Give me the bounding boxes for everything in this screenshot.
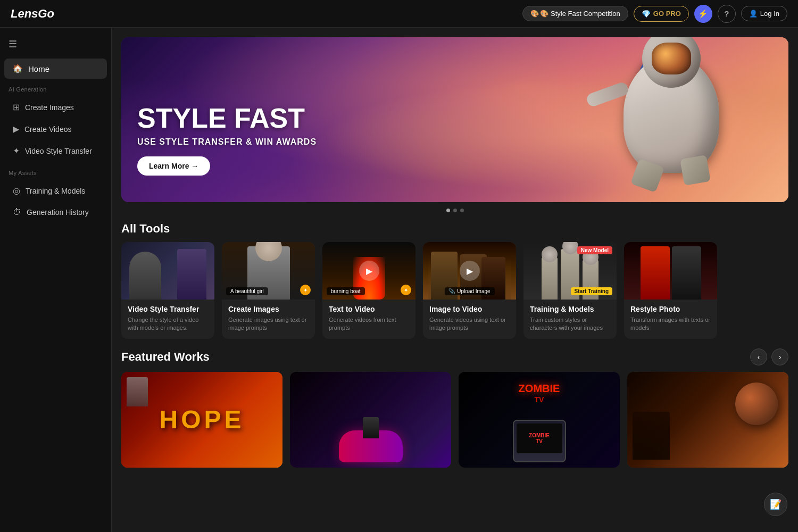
all-tools-title: All Tools — [112, 212, 798, 242]
new-model-badge: New Model — [577, 246, 612, 254]
featured-works-title: Featured Works — [121, 350, 210, 364]
tool-info-training: Training & Models Train custom styles or… — [523, 300, 617, 339]
sidebar-video-style-label: Video Style Transfer — [25, 147, 92, 155]
create-videos-icon: ▶ — [13, 124, 19, 134]
video-style-icon: ✦ — [13, 146, 20, 156]
tool-name-text-to-video: Text to Video — [329, 305, 409, 313]
tool-desc-create-images: Generate images using text or image prom… — [228, 316, 309, 332]
sidebar-toggle-button[interactable]: ☰ — [0, 33, 111, 59]
tool-info-text-to-video: Text to Video Generate videos from text … — [322, 300, 415, 339]
create-images-prompt-badge: A beautiful girl — [226, 287, 268, 295]
featured-next-button[interactable]: › — [771, 348, 788, 365]
training-icon: ◎ — [13, 186, 20, 196]
tool-thumb-create-images: A beautiful girl ✦ — [222, 242, 315, 300]
sidebar-item-training-models[interactable]: ◎ Training & Models — [4, 180, 107, 201]
nav-right: 🎨 🎨 Style Fast Competition 💎 GO PRO ⚡ ? … — [522, 5, 787, 23]
astronaut-body — [624, 56, 719, 173]
featured-work-planet[interactable] — [627, 372, 788, 468]
tv-subtitle: TV — [535, 395, 544, 404]
tool-info-video-style: Video Style Transfer Change the style of… — [121, 300, 214, 339]
discord-icon: ⚡ — [698, 9, 708, 19]
carousel-dot-1[interactable] — [446, 209, 450, 212]
tool-card-training-models[interactable]: New Model Start Training Training & Mode… — [523, 242, 617, 339]
hope-text: HOPE — [159, 405, 244, 434]
help-button[interactable]: ? — [718, 5, 736, 23]
sidebar-item-create-images[interactable]: ⊞ Create Images — [4, 97, 107, 118]
hero-subtitle: USE STYLE TRANSFER & WIN AWARDS — [137, 137, 317, 147]
sidebar-section-my-assets: My Assets — [0, 162, 111, 179]
helmet-visor — [652, 43, 691, 74]
sidebar: ☰ 🏠 Home AI Generation ⊞ Create Images ▶… — [0, 28, 112, 532]
featured-works-nav: ‹ › — [750, 348, 788, 365]
tool-desc-training: Train custom styles or characters with y… — [530, 316, 610, 332]
sidebar-training-label: Training & Models — [26, 187, 85, 195]
play-button: ▶ — [359, 261, 379, 281]
tool-card-text-to-video[interactable]: ▶ burning boat ✦ Text to Video Generate … — [322, 242, 415, 339]
upload-image-badge: 📎Upload Image — [444, 287, 494, 295]
home-icon: 🏠 — [13, 64, 23, 73]
tool-name-create-images: Create Images — [228, 305, 309, 313]
tool-card-video-style-transfer[interactable]: Video Style Transfer Change the style of… — [121, 242, 214, 339]
tool-thumb-text-video: ▶ burning boat ✦ — [322, 242, 415, 300]
learn-more-button[interactable]: Learn More → — [137, 156, 210, 176]
feedback-icon: 📝 — [770, 498, 782, 510]
sidebar-create-videos-label: Create Videos — [24, 125, 71, 134]
topnav: LensGo 🎨 🎨 Style Fast Competition 💎 GO P… — [0, 0, 798, 28]
sidebar-item-generation-history[interactable]: ⏱ Generation History — [4, 202, 107, 222]
app-logo[interactable]: LensGo — [11, 7, 54, 21]
two-people-graphic — [624, 242, 717, 300]
login-label: Log In — [760, 10, 779, 18]
hero-content: STYLE FAST USE STYLE TRANSFER & WIN AWAR… — [137, 104, 317, 176]
sidebar-item-home[interactable]: 🏠 Home — [4, 59, 107, 79]
tool-card-image-to-video[interactable]: ▶ 📎Upload Image Image to Video Generate … — [423, 242, 516, 339]
hamburger-icon: ☰ — [9, 39, 17, 49]
tool-card-restyle-photo[interactable]: Restyle Photo Transform images with text… — [624, 242, 717, 339]
astronaut-helmet — [642, 37, 701, 88]
hero-banner: STYLE FAST USE STYLE TRANSFER & WIN AWAR… — [121, 37, 788, 202]
featured-work-moto[interactable] — [290, 372, 451, 468]
app-body: ☰ 🏠 Home AI Generation ⊞ Create Images ▶… — [0, 28, 798, 532]
text-video-prompt-badge: burning boat — [327, 287, 365, 295]
discord-button[interactable]: ⚡ — [694, 5, 712, 23]
zombie-title: ZOMBIE — [519, 383, 560, 395]
sidebar-item-create-videos[interactable]: ▶ Create Videos — [4, 119, 107, 139]
history-icon: ⏱ — [13, 207, 21, 217]
tool-thumb-video-style — [121, 242, 214, 300]
user-icon: 👤 — [749, 10, 758, 18]
tool-desc-image-to-video: Generate videos using text or image prom… — [429, 316, 510, 332]
style-fast-label: 🎨 Style Fast Competition — [540, 10, 620, 18]
style-fast-competition-button[interactable]: 🎨 🎨 Style Fast Competition — [522, 6, 628, 21]
tool-name-video-style: Video Style Transfer — [128, 305, 208, 313]
tool-name-image-to-video: Image to Video — [429, 305, 510, 313]
sidebar-create-images-label: Create Images — [25, 103, 74, 112]
tool-thumb-training: New Model Start Training — [523, 242, 617, 300]
diamond-icon: 💎 — [642, 10, 651, 18]
tool-thumb-restyle — [624, 242, 717, 300]
go-pro-button[interactable]: 💎 GO PRO — [634, 6, 689, 22]
tool-name-training: Training & Models — [530, 305, 610, 313]
tools-grid: Video Style Transfer Change the style of… — [112, 242, 798, 339]
featured-prev-button[interactable]: ‹ — [750, 348, 767, 365]
tool-info-restyle: Restyle Photo Transform images with text… — [624, 300, 717, 339]
featured-work-hope[interactable]: HOPE — [121, 372, 282, 468]
tv-graphic: ZOMBIETV — [513, 420, 566, 462]
tool-desc-restyle: Transform images with texts or models — [630, 316, 711, 332]
sidebar-item-video-style-transfer[interactable]: ✦ Video Style Transfer — [4, 140, 107, 161]
planet-graphic — [735, 383, 778, 425]
featured-works-grid: HOPE ZOMBIETV ZOMBIE TV — [112, 372, 798, 468]
start-training-badge: Start Training — [571, 287, 612, 295]
tool-desc-text-to-video: Generate videos from text prompts — [329, 316, 409, 332]
login-button[interactable]: 👤 Log In — [741, 6, 787, 21]
home-label: Home — [28, 64, 49, 73]
tool-info-create-images: Create Images Generate images using text… — [222, 300, 315, 339]
hero-title: STYLE FAST — [137, 104, 317, 132]
tool-card-create-images[interactable]: A beautiful girl ✦ Create Images Generat… — [222, 242, 315, 339]
featured-works-header: Featured Works ‹ › — [112, 339, 798, 372]
feedback-button[interactable]: 📝 — [764, 493, 787, 516]
sidebar-history-label: Generation History — [27, 208, 89, 217]
carousel-dot-2[interactable] — [453, 209, 457, 212]
hero-carousel-dots — [112, 202, 798, 212]
carousel-dot-3[interactable] — [460, 209, 464, 212]
featured-work-zombie-tv[interactable]: ZOMBIETV ZOMBIE TV — [459, 372, 620, 468]
tool-name-restyle: Restyle Photo — [630, 305, 711, 313]
